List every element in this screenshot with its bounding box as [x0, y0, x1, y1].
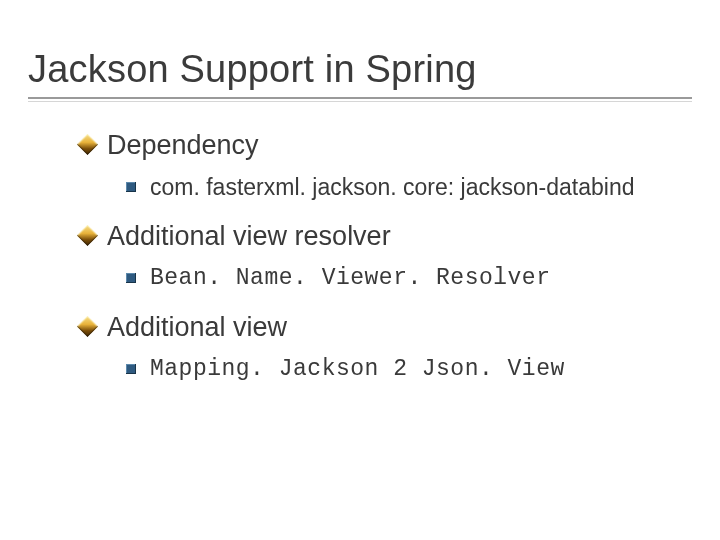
diamond-icon: [77, 316, 98, 337]
bullet-level2: Bean. Name. Viewer. Resolver: [126, 264, 650, 293]
title-underline: [28, 97, 692, 99]
slide: Jackson Support in Spring Dependency com…: [0, 0, 720, 540]
square-icon: [126, 273, 136, 283]
bullet-level1: Dependency: [80, 129, 650, 163]
diamond-icon: [77, 134, 98, 155]
bullet-level2: Mapping. Jackson 2 Json. View: [126, 355, 650, 384]
section-item: Bean. Name. Viewer. Resolver: [150, 264, 550, 293]
bullet-level1: Additional view resolver: [80, 220, 650, 254]
slide-title: Jackson Support in Spring: [28, 48, 692, 91]
square-icon: [126, 364, 136, 374]
section-item: Mapping. Jackson 2 Json. View: [150, 355, 565, 384]
title-area: Jackson Support in Spring: [0, 0, 720, 103]
slide-body: Dependency com. fasterxml. jackson. core…: [0, 103, 720, 385]
section-heading: Dependency: [107, 129, 259, 163]
bullet-level1: Additional view: [80, 311, 650, 345]
section-heading: Additional view resolver: [107, 220, 391, 254]
square-icon: [126, 182, 136, 192]
section-heading: Additional view: [107, 311, 287, 345]
section-item: com. fasterxml. jackson. core: jackson-d…: [150, 173, 634, 202]
diamond-icon: [77, 225, 98, 246]
bullet-level2: com. fasterxml. jackson. core: jackson-d…: [126, 173, 650, 202]
